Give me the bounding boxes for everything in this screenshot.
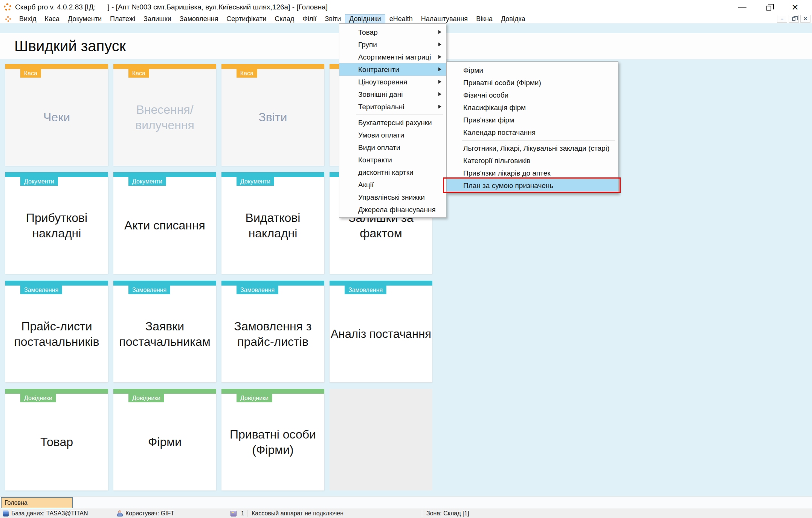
submenu-item-lhotnyky-likari[interactable]: Льготники, Лікарі, Лікувальні заклади (с… — [447, 142, 618, 154]
menu-item-tsinoutvorennia[interactable]: Ціноутворення — [339, 76, 446, 88]
submenu-item-firmy[interactable]: Фірми — [447, 64, 618, 76]
tile-label: Чеки — [8, 69, 105, 166]
app-logo-icon — [4, 3, 11, 11]
menu-sklad[interactable]: Склад — [271, 15, 298, 23]
submenu-item-klasyfikatsiia-firm[interactable]: Класифікація фірм — [447, 101, 618, 114]
menu-dovidka[interactable]: Довідка — [497, 15, 529, 23]
tile-prais-lysty-postachalnykiv[interactable]: Замовлення Прайс-листи постачальників — [5, 281, 108, 382]
tile-label: Видаткові накладні — [224, 177, 321, 274]
submenu-item-kalendar-postachannia[interactable]: Календар постачання — [447, 126, 618, 139]
tile-label: Заявки постачальникам — [116, 286, 213, 382]
menu-item-dyskontni-kartky[interactable]: дисконтні картки — [339, 166, 446, 179]
user-icon — [117, 510, 122, 516]
submenu-item-pryvatni-osoby-firmy[interactable]: Приватні особи (Фірми) — [447, 76, 618, 89]
menu-nalashtuvannia[interactable]: Налаштування — [417, 15, 472, 23]
cash-register-icon — [230, 511, 237, 516]
submenu-item-katehorii-pilhovykiv[interactable]: Категорії пільговиків — [447, 154, 618, 167]
mdi-restore-button[interactable] — [789, 15, 799, 23]
menu-dokumenty[interactable]: Документи — [64, 15, 105, 23]
tile-category-bar — [5, 281, 108, 286]
submenu-arrow-icon — [438, 43, 441, 46]
tile-zamovlennia-z-prais-lystiv[interactable]: Замовлення Замовлення з прайс-листів — [221, 281, 324, 382]
mdi-window-controls: – × — [777, 15, 810, 23]
restore-button[interactable] — [756, 0, 782, 14]
menu-zvity[interactable]: Звіти — [321, 15, 345, 23]
tile-cheky[interactable]: Каса Чеки — [5, 64, 108, 166]
window-title: Скарб pro v. 4.0.2.83 [ІД: ] - [Апт №003… — [15, 3, 328, 11]
tile-firmy[interactable]: Довідники Фірми — [113, 389, 216, 490]
menu-bar: Вихід Каса Документи Платежі Залишки Зам… — [0, 14, 812, 23]
tab-holovna[interactable]: Головна — [1, 497, 73, 508]
submenu-kontrahenty: Фірми Приватні особи (Фірми) Фізичні осо… — [446, 61, 618, 194]
menu-item-asortymentni-matrytsi[interactable]: Асортиментні матриці — [339, 51, 446, 63]
close-button[interactable]: × — [782, 0, 808, 14]
menu-sertyfikaty[interactable]: Сертифікати — [223, 15, 270, 23]
submenu-item-pryviazky-firm[interactable]: Прив'язки фірм — [447, 114, 618, 126]
menu-item-kontrahenty[interactable]: Контрагенти — [339, 63, 446, 76]
menu-zalyshky[interactable]: Залишки — [140, 15, 175, 23]
tile-label: Товар — [8, 394, 105, 490]
menu-dovidnyky[interactable]: Довідники — [345, 15, 385, 23]
tile-analiz-postachannia[interactable]: Замовлення Аналіз постачання — [330, 281, 432, 382]
menu-item-zovnishni-dani[interactable]: Зовнішні дані — [339, 88, 446, 101]
main-area: Швидкий запуск Каса Чеки Каса Внесення/в… — [0, 23, 812, 496]
mdi-minimize-button[interactable]: – — [777, 15, 787, 23]
menu-item-upravlinski-znyzhky[interactable]: Управлінські знижки — [339, 191, 446, 203]
restore-icon — [766, 6, 771, 11]
submenu-arrow-icon — [438, 105, 441, 108]
menu-platezhi[interactable]: Платежі — [106, 15, 139, 23]
menu-item-label: Зовнішні дані — [358, 90, 403, 98]
status-bar: База даних: TASA3@TITAN Користувач: GIFT… — [0, 509, 812, 518]
menu-vykhid[interactable]: Вихід — [15, 15, 40, 23]
tile-category-bar — [5, 64, 108, 69]
menu-item-label: Ціноутворення — [358, 78, 407, 86]
tile-label: Аналіз постачання — [333, 286, 429, 382]
menu-item-tovar[interactable]: Товар — [339, 26, 446, 38]
menu-ehealth[interactable]: eHealth — [386, 15, 417, 23]
tile-pryvatni-osoby-firmy[interactable]: Довідники Приватні особи (Фірми) — [221, 389, 324, 490]
tile-category-bar — [5, 389, 108, 394]
menu-separator — [462, 140, 615, 141]
menu-filii[interactable]: Філії — [299, 15, 320, 23]
tile-category-bar — [113, 281, 216, 286]
submenu-item-fizychni-osoby[interactable]: Фізичні особи — [447, 89, 618, 101]
menu-item-kontrakty[interactable]: Контракти — [339, 154, 446, 166]
tile-akty-spysannia[interactable]: Документи Акти списання — [113, 172, 216, 274]
status-separator — [247, 510, 247, 517]
tile-label: Звіти — [224, 69, 321, 166]
menu-item-aktsii[interactable]: Акції — [339, 179, 446, 191]
menu-item-hrupy[interactable]: Групи — [339, 38, 446, 51]
status-separator — [422, 510, 422, 517]
menu-vikna[interactable]: Вікна — [472, 15, 496, 23]
menu-item-bukhhalterski-rakhunky[interactable]: Бухгалтерські рахунки — [339, 116, 446, 129]
tile-zvity[interactable]: Каса Звіти — [221, 64, 324, 166]
tile-prybutkovi-nakladni[interactable]: Документи Прибуткові накладні — [5, 172, 108, 274]
page-title: Швидкий запуск — [14, 33, 126, 59]
menu-item-label: Групи — [358, 41, 377, 49]
tile-zaiavky-postachalnykam[interactable]: Замовлення Заявки постачальникам — [113, 281, 216, 382]
tab-strip: Головна — [0, 496, 812, 509]
tile-label: Прибуткові накладні — [8, 177, 105, 274]
menu-separator — [356, 115, 443, 115]
minimize-button[interactable] — [729, 0, 756, 14]
menu-item-label: Асортиментні матриці — [358, 53, 431, 61]
menu-item-terytorialni[interactable]: Територіальні — [339, 101, 446, 113]
tile-category-bar — [5, 172, 108, 177]
menu-item-umovy-oplaty[interactable]: Умови оплати — [339, 129, 446, 141]
tile-label: Прайс-листи постачальників — [8, 286, 105, 382]
tile-tovar[interactable]: Довідники Товар — [5, 389, 108, 490]
dropdown-menu-dovidnyky: Товар Групи Асортиментні матриці Контраг… — [339, 23, 446, 218]
tile-label: Замовлення з прайс-листів — [224, 286, 321, 382]
menu-item-vydy-oplaty[interactable]: Види оплати — [339, 141, 446, 154]
tile-vnesennia-vyluchennia[interactable]: Каса Внесення/вилучення — [113, 64, 216, 166]
tile-category-bar — [113, 64, 216, 69]
menu-item-label: Товар — [358, 28, 378, 36]
menu-zamovlennia[interactable]: Замовлення — [176, 15, 222, 23]
status-zone: Зона: Склад [1] — [426, 509, 469, 518]
mdi-close-button[interactable]: × — [800, 15, 810, 23]
red-highlight-box — [443, 177, 621, 193]
submenu-arrow-icon — [438, 55, 441, 59]
menu-item-dzherela-finansuvannia[interactable]: Джерела фінансування — [339, 203, 446, 216]
menu-kasa[interactable]: Каса — [41, 15, 64, 23]
tile-vydatkovi-nakladni[interactable]: Документи Видаткові накладні — [221, 172, 324, 274]
